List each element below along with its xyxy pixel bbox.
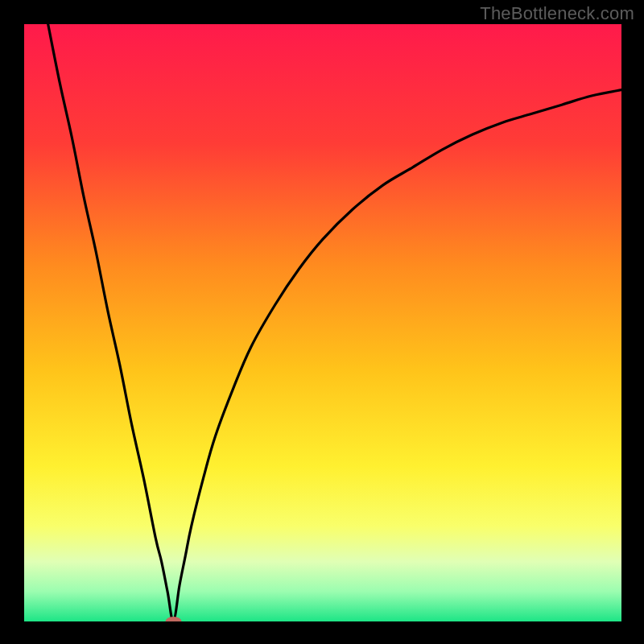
chart-frame: TheBottleneck.com	[0, 0, 644, 644]
watermark-text: TheBottleneck.com	[480, 3, 634, 24]
bottleneck-chart	[24, 24, 621, 621]
